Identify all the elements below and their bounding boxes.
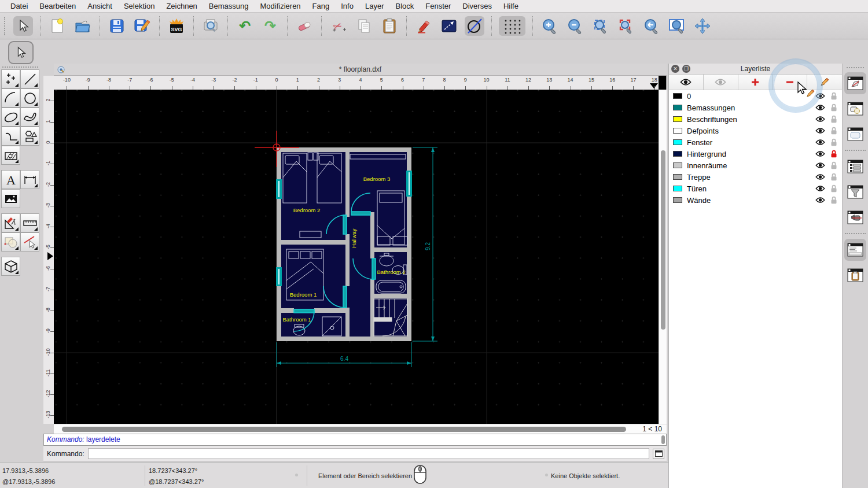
show-all-layers-button[interactable] [669,75,704,90]
toggle-entity-list-button[interactable] [844,156,866,178]
layer-lock-icon[interactable] [830,184,837,193]
horizontal-scrollbar[interactable]: 1 < 10 [54,424,667,434]
vertical-scrollbar[interactable] [659,90,667,424]
select-entity-tool[interactable] [20,232,39,252]
layer-lock-icon[interactable] [830,115,837,123]
layer-visibility-icon[interactable] [815,185,825,192]
toggle-selection-filter-button[interactable] [844,181,866,203]
strip-drag-handle[interactable] [847,67,864,68]
modify-tool[interactable] [1,213,20,232]
layer-row-fenster[interactable]: Fenster [669,136,842,148]
circle-tool[interactable] [20,88,39,108]
layer-row-beschriftungen[interactable]: Beschriftungen [669,113,842,125]
menu-bemassung[interactable]: Bemassung [203,0,255,13]
svg-export-button[interactable]: SVG [167,16,186,36]
open-file-button[interactable] [73,16,93,36]
drawing-canvas[interactable]: Bedroom 2 Bedroom 3 Bedroom 1 Bathroom 1… [54,90,659,424]
menu-fenster[interactable]: Fenster [420,0,457,13]
layer-visibility-icon[interactable] [815,127,825,134]
horizontal-scroll-thumb[interactable] [62,427,626,432]
vertical-scroll-thumb[interactable] [661,150,665,330]
layer-row-türen[interactable]: Türen [669,183,842,194]
toggle-layer-list-button[interactable] [844,72,866,94]
paste-button[interactable] [380,16,399,36]
document-title-bar[interactable]: * floorplan.dxf [54,64,667,76]
layer-visibility-icon[interactable] [815,116,825,123]
layer-visibility-icon[interactable] [815,173,825,180]
ellipse-tool[interactable] [1,108,20,127]
dock-drag-handle[interactable] [2,66,38,68]
undo-button[interactable]: ↶ [235,16,255,36]
layer-row-innenräume[interactable]: Innenräume [669,160,842,171]
toggle-command-widget-button[interactable] [844,239,866,261]
layer-lock-icon[interactable] [830,161,837,169]
command-options-button[interactable] [653,449,664,459]
layer-visibility-icon[interactable] [815,197,825,204]
hatch-tool[interactable] [1,146,20,165]
pen-attributes-button[interactable] [414,16,433,36]
image-tool[interactable] [1,189,20,208]
zoom-window-button[interactable] [667,16,687,36]
toggle-clipboard-button[interactable] [844,264,866,286]
save-button[interactable] [107,16,127,36]
layer-row-wände[interactable]: Wände [669,194,842,206]
grid-toggle-button[interactable] [499,16,525,36]
line-attributes-button[interactable] [439,16,459,36]
menu-diverses[interactable]: Diverses [457,0,498,13]
history-scroll-thumb[interactable] [661,435,665,444]
menu-fang[interactable]: Fang [307,0,336,13]
hide-all-layers-button[interactable] [704,75,738,90]
menu-datei[interactable]: Datei [5,0,34,13]
layer-row-defpoints[interactable]: Defpoints [669,125,842,136]
measure-tool[interactable] [20,213,39,232]
polygon-tool[interactable] [20,127,39,146]
layer-visibility-icon[interactable] [815,162,825,169]
layer-lock-icon[interactable] [830,138,837,146]
zoom-previous-button[interactable] [642,16,661,36]
print-preview-button[interactable] [201,16,220,36]
toggle-library-browser-button[interactable] [844,123,866,145]
layer-visibility-icon[interactable] [815,93,825,99]
layer-lock-icon[interactable] [830,196,837,204]
add-layer-button[interactable] [738,75,773,90]
toggle-block-list-button[interactable] [844,98,866,120]
menu-info[interactable]: Info [335,0,359,13]
menu-block[interactable]: Block [389,0,420,13]
delete-button[interactable] [295,16,314,36]
spline-tool[interactable] [20,108,39,127]
layer-lock-icon[interactable] [830,127,837,135]
save-as-button[interactable] [133,16,152,36]
edit-layer-button[interactable] [807,75,842,90]
menu-zeichnen[interactable]: Zeichnen [160,0,203,13]
menu-hilfe[interactable]: Hilfe [498,0,524,13]
zoom-auto-button[interactable] [591,16,610,36]
menu-layer[interactable]: Layer [359,0,390,13]
select-tool-button[interactable] [13,16,33,36]
solid-3d-tool[interactable] [1,257,20,276]
toolbar-drag-handle[interactable] [4,17,9,35]
menu-ansicht[interactable]: Ansicht [82,0,118,13]
block-tool[interactable] [1,232,20,252]
cut-button[interactable]: ✂ [329,16,348,36]
dimension-tool[interactable] [20,170,39,189]
layer-row-bemassungen[interactable]: Bemassungen [669,102,842,113]
layer-lock-icon[interactable] [830,103,837,112]
layer-visibility-icon[interactable] [815,104,825,111]
menu-modifizieren[interactable]: Modifizieren [255,0,307,13]
zoom-in-button[interactable] [540,16,560,36]
layer-visibility-icon[interactable] [815,150,825,157]
zoom-selected-button[interactable] [616,16,636,36]
layer-row-treppe[interactable]: Treppe [669,171,842,183]
selection-tool-button[interactable] [8,41,34,64]
new-file-button[interactable] [47,16,67,36]
layer-row-hintergrund[interactable]: Hintergrund [669,148,842,160]
menu-selektion[interactable]: Selektion [118,0,160,13]
layer-lock-icon[interactable] [830,150,837,158]
construction-mode-button[interactable] [465,16,484,36]
layer-row-0[interactable]: 0 [669,90,842,102]
menu-bearbeiten[interactable]: Bearbeiten [34,0,82,13]
command-input[interactable] [88,448,649,459]
redo-button[interactable]: ↷ [260,16,280,36]
points-tool[interactable] [1,69,20,88]
copy-button[interactable] [354,16,374,36]
